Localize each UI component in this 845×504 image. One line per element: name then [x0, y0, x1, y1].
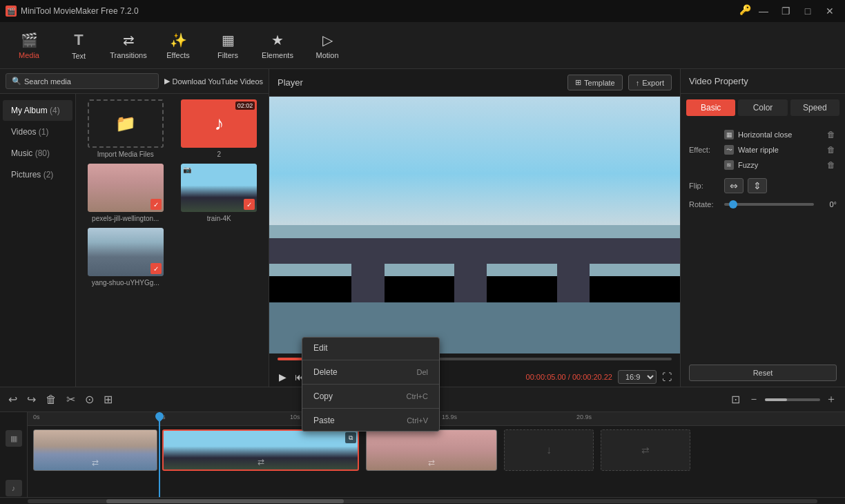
- titlebar-restore-button[interactable]: ❐: [776, 4, 795, 18]
- toolbar-motion-label: Motion: [315, 51, 338, 59]
- sidebar-item-pictures[interactable]: Pictures (2): [3, 164, 72, 185]
- toolbar-text-button[interactable]: T Text: [55, 26, 102, 66]
- toolbar-text-label: Text: [72, 52, 86, 60]
- toolbar-filters-button[interactable]: ▦ Filters: [204, 26, 251, 66]
- sidebar-pictures-label: Pictures: [11, 170, 43, 180]
- delete-effect-1-button[interactable]: 🗑: [826, 128, 837, 141]
- sidebar-item-music[interactable]: Music (80): [3, 143, 72, 164]
- snowman-swap-icon: ⇄: [428, 458, 435, 467]
- context-menu-paste[interactable]: Paste Ctrl+V: [302, 410, 439, 431]
- export-button[interactable]: ↑ Export: [628, 75, 672, 90]
- ruler-label-10s: 10s: [290, 412, 300, 420]
- scrollbar-thumb[interactable]: [106, 499, 343, 503]
- tab-speed[interactable]: Speed: [790, 99, 839, 116]
- timeline-undo-button[interactable]: ↩: [6, 390, 20, 409]
- sidebar-item-videos[interactable]: Videos (1): [3, 122, 72, 142]
- timeline-cut-button[interactable]: ✂: [64, 390, 78, 409]
- titlebar-close-button[interactable]: ✕: [820, 4, 839, 18]
- train-clip-inner: ⧉ ⇄: [164, 431, 358, 469]
- music-duration: 02:02: [235, 101, 255, 110]
- toolbar-media-button[interactable]: 🎬 Media: [6, 26, 52, 66]
- timeline-scrollbar[interactable]: [0, 497, 845, 504]
- player-title: Player: [278, 77, 303, 88]
- sidebar-videos-label: Videos: [11, 127, 39, 137]
- media-pexels-jill-item[interactable]: ✓ pexels-jill-wellington...: [81, 164, 170, 222]
- effect-row: Effect: ▦ Horizontal close 🗑 〜 Water rip…: [689, 128, 837, 171]
- context-copy-label: Copy: [313, 391, 333, 401]
- search-media-area[interactable]: 🔍 Search media: [6, 73, 159, 89]
- import-thumb[interactable]: 📁: [88, 99, 164, 148]
- rotate-handle[interactable]: [729, 200, 737, 209]
- sidebar: My Album (4) Videos (1) Music (80) Pictu…: [0, 94, 76, 387]
- effect-name-2: Water ripple: [738, 146, 822, 154]
- player-scene: [269, 97, 680, 353]
- media-icon: 🎬: [21, 32, 38, 48]
- media-import-item[interactable]: 📁 Import Media Files: [81, 99, 170, 158]
- timeline-delete-button[interactable]: 🗑: [43, 391, 59, 409]
- rotate-control: 0°: [724, 200, 837, 209]
- titlebar-minimize-button[interactable]: —: [754, 4, 773, 18]
- timeline-zoom-fit-button[interactable]: ⊡: [728, 390, 743, 409]
- flip-horizontal-button[interactable]: ⇔: [724, 178, 744, 193]
- download-youtube-button[interactable]: ▶ Download YouTube Videos: [164, 77, 264, 86]
- titlebar-maximize-button[interactable]: □: [798, 4, 817, 18]
- toolbar-transitions-button[interactable]: ⇄ Transitions: [105, 26, 152, 66]
- rotate-slider[interactable]: [724, 203, 814, 206]
- right-panel: Video Property Basic Color Speed Effect:…: [681, 69, 845, 387]
- timeline-redo-button[interactable]: ↪: [24, 390, 39, 409]
- toolbar-effects-label: Effects: [166, 51, 189, 59]
- sidebar-my-album-count: (4): [50, 106, 60, 115]
- timeline-clip-mountain[interactable]: ⇄: [33, 429, 157, 471]
- template-button[interactable]: ⊞ Template: [567, 75, 623, 90]
- delete-effect-2-button[interactable]: 🗑: [826, 144, 837, 156]
- toolbar-elements-button[interactable]: ★ Elements: [254, 26, 301, 66]
- timeline-clip-empty-1[interactable]: ↓: [504, 429, 594, 471]
- timeline-clip-snowman[interactable]: ⇄: [366, 429, 497, 471]
- tab-basic[interactable]: Basic: [686, 99, 735, 116]
- toolbar-effects-button[interactable]: ✨ Effects: [155, 26, 202, 66]
- timeline-zoom-in-button[interactable]: ＋: [823, 389, 839, 409]
- yang-shuo-label: yang-shuo-uYHYGg...: [92, 279, 159, 287]
- timeline-clip-train[interactable]: ⧉ ⇄: [162, 429, 359, 471]
- sidebar-videos-count: (1): [39, 127, 49, 137]
- timeline-playhead[interactable]: [159, 412, 160, 497]
- toolbar-motion-button[interactable]: ▷ Motion: [304, 26, 351, 66]
- toolbar-filters-label: Filters: [217, 51, 238, 59]
- delete-effect-3-button[interactable]: 🗑: [826, 159, 837, 171]
- play-button[interactable]: ▶: [278, 370, 288, 384]
- aspect-ratio-select[interactable]: 16:9 9:16 1:1 4:3: [618, 370, 657, 384]
- zoom-slider[interactable]: [765, 398, 820, 401]
- empty-slot-1-content: ↓: [505, 430, 593, 470]
- titlebar-controls: 🔑 — ❐ □ ✕: [739, 4, 839, 18]
- sidebar-item-my-album[interactable]: My Album (4): [3, 100, 72, 121]
- timeline-crop-button[interactable]: ⊞: [101, 390, 115, 409]
- title-bar: 🎬 MiniTool MovieMaker Free 7.2.0 🔑 — ❐ □…: [0, 0, 845, 22]
- flip-vertical-button[interactable]: ⇕: [748, 178, 767, 193]
- context-menu-delete[interactable]: Delete Del: [302, 362, 439, 382]
- ruler-mark-10s: 10s: [290, 412, 300, 420]
- tab-color[interactable]: Color: [738, 99, 787, 116]
- ruler-label-0s: 0s: [33, 412, 40, 420]
- ruler-mark-20-9s: 20.9s: [576, 412, 592, 420]
- search-media-placeholder: Search media: [24, 77, 71, 86]
- context-menu-copy[interactable]: Copy Ctrl+C: [302, 386, 439, 407]
- toolbar: 🎬 Media T Text ⇄ Transitions ✨ Effects ▦…: [0, 22, 845, 69]
- media-music-item[interactable]: ♪ 02:02 2: [175, 99, 264, 158]
- effect-item-water-ripple: 〜 Water ripple 🗑: [724, 144, 837, 156]
- sidebar-music-label: Music: [11, 148, 35, 158]
- camera-icon: 📷: [183, 166, 191, 173]
- timeline-detach-button[interactable]: ⊙: [82, 390, 97, 409]
- context-menu-edit[interactable]: Edit: [302, 338, 439, 358]
- scene-bridge-support-1: [351, 238, 385, 302]
- timeline-zoom-out-button[interactable]: －: [746, 389, 762, 409]
- media-train-4k-item[interactable]: 📷 ✓ train-4K: [175, 164, 264, 222]
- filters-icon: ▦: [222, 32, 235, 48]
- fullscreen-button[interactable]: ⛶: [662, 371, 672, 382]
- snowman-clip-inner: ⇄: [367, 430, 496, 470]
- yang-shuo-thumb: ✓: [88, 228, 164, 276]
- context-paste-label: Paste: [313, 416, 335, 425]
- template-label: Template: [584, 79, 615, 87]
- reset-button[interactable]: Reset: [689, 365, 837, 381]
- timeline-clip-empty-2[interactable]: ⇄: [601, 429, 690, 471]
- media-yang-shuo-item[interactable]: ✓ yang-shuo-uYHYGg...: [81, 228, 170, 287]
